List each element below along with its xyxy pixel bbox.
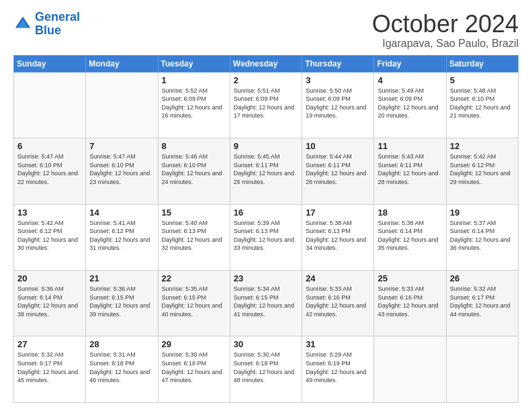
day-info: Sunrise: 5:34 AMSunset: 6:15 PMDaylight:… xyxy=(234,285,298,318)
calendar-cell: 23Sunrise: 5:34 AMSunset: 6:15 PMDayligh… xyxy=(230,271,302,336)
calendar-cell: 8Sunrise: 5:46 AMSunset: 6:10 PMDaylight… xyxy=(158,138,230,204)
calendar-cell: 5Sunrise: 5:48 AMSunset: 6:10 PMDaylight… xyxy=(446,72,518,138)
col-tuesday: Tuesday xyxy=(158,55,230,72)
calendar-cell: 29Sunrise: 5:30 AMSunset: 6:18 PMDayligh… xyxy=(158,336,230,403)
header-right: October 2024 Igarapava, Sao Paulo, Brazi… xyxy=(372,11,519,50)
calendar-cell: 9Sunrise: 5:45 AMSunset: 6:11 PMDaylight… xyxy=(230,138,302,204)
day-info: Sunrise: 5:48 AMSunset: 6:10 PMDaylight:… xyxy=(450,87,515,120)
day-number: 30 xyxy=(234,339,298,349)
calendar-cell: 31Sunrise: 5:29 AMSunset: 6:19 PMDayligh… xyxy=(302,336,374,403)
calendar-cell: 21Sunrise: 5:36 AMSunset: 6:15 PMDayligh… xyxy=(86,271,158,336)
header-row: Sunday Monday Tuesday Wednesday Thursday… xyxy=(14,55,519,72)
calendar-cell xyxy=(374,336,446,403)
calendar-cell: 6Sunrise: 5:47 AMSunset: 6:10 PMDaylight… xyxy=(14,138,86,204)
calendar-cell: 12Sunrise: 5:42 AMSunset: 6:12 PMDayligh… xyxy=(446,138,518,204)
calendar-cell: 10Sunrise: 5:44 AMSunset: 6:11 PMDayligh… xyxy=(302,138,374,204)
day-number: 25 xyxy=(378,273,442,283)
calendar-cell: 24Sunrise: 5:33 AMSunset: 6:16 PMDayligh… xyxy=(302,271,374,336)
day-info: Sunrise: 5:47 AMSunset: 6:10 PMDaylight:… xyxy=(89,152,154,186)
calendar-cell: 30Sunrise: 5:30 AMSunset: 6:18 PMDayligh… xyxy=(230,336,302,403)
calendar-cell xyxy=(446,336,518,403)
day-info: Sunrise: 5:44 AMSunset: 6:11 PMDaylight:… xyxy=(306,152,370,186)
col-saturday: Saturday xyxy=(446,55,518,72)
col-wednesday: Wednesday xyxy=(230,55,302,72)
day-info: Sunrise: 5:37 AMSunset: 6:14 PMDaylight:… xyxy=(450,219,515,253)
day-info: Sunrise: 5:35 AMSunset: 6:15 PMDaylight:… xyxy=(162,285,226,318)
day-number: 15 xyxy=(162,208,226,218)
calendar-cell: 3Sunrise: 5:50 AMSunset: 6:09 PMDaylight… xyxy=(302,72,374,138)
day-info: Sunrise: 5:36 AMSunset: 6:14 PMDaylight:… xyxy=(17,285,82,318)
day-number: 7 xyxy=(89,141,154,151)
day-number: 6 xyxy=(17,141,82,151)
calendar-week-1: 1Sunrise: 5:52 AMSunset: 6:09 PMDaylight… xyxy=(14,72,519,138)
day-number: 2 xyxy=(234,75,298,85)
day-number: 31 xyxy=(306,339,370,349)
logo-text: General Blue xyxy=(35,11,80,38)
day-info: Sunrise: 5:45 AMSunset: 6:11 PMDaylight:… xyxy=(234,152,298,186)
day-info: Sunrise: 5:39 AMSunset: 6:13 PMDaylight:… xyxy=(234,219,298,253)
calendar-week-5: 27Sunrise: 5:32 AMSunset: 6:17 PMDayligh… xyxy=(14,336,519,403)
calendar-cell: 7Sunrise: 5:47 AMSunset: 6:10 PMDaylight… xyxy=(86,138,158,204)
day-info: Sunrise: 5:36 AMSunset: 6:15 PMDaylight:… xyxy=(89,285,154,318)
day-info: Sunrise: 5:49 AMSunset: 6:09 PMDaylight:… xyxy=(378,87,442,120)
day-info: Sunrise: 5:32 AMSunset: 6:17 PMDaylight:… xyxy=(450,285,515,318)
day-number: 12 xyxy=(450,141,515,151)
day-number: 17 xyxy=(306,208,370,218)
day-info: Sunrise: 5:30 AMSunset: 6:18 PMDaylight:… xyxy=(162,351,226,384)
calendar-cell: 19Sunrise: 5:37 AMSunset: 6:14 PMDayligh… xyxy=(446,204,518,270)
month-title: October 2024 xyxy=(372,11,519,38)
day-number: 23 xyxy=(234,273,298,283)
day-number: 19 xyxy=(450,208,515,218)
logo-icon xyxy=(13,15,32,34)
logo-blue: Blue xyxy=(35,24,61,37)
day-number: 21 xyxy=(89,273,154,283)
day-info: Sunrise: 5:31 AMSunset: 6:18 PMDaylight:… xyxy=(89,351,154,384)
day-number: 28 xyxy=(89,339,154,349)
calendar-cell: 1Sunrise: 5:52 AMSunset: 6:09 PMDaylight… xyxy=(158,72,230,138)
day-number: 22 xyxy=(162,273,226,283)
calendar-cell xyxy=(86,72,158,138)
day-info: Sunrise: 5:42 AMSunset: 6:12 PMDaylight:… xyxy=(450,152,515,186)
day-number: 14 xyxy=(89,208,154,218)
logo-general: General xyxy=(35,10,80,24)
calendar-week-4: 20Sunrise: 5:36 AMSunset: 6:14 PMDayligh… xyxy=(14,271,519,336)
day-number: 4 xyxy=(378,75,442,85)
day-info: Sunrise: 5:40 AMSunset: 6:13 PMDaylight:… xyxy=(162,219,226,253)
top-section: General Blue October 2024 Igarapava, Sao… xyxy=(13,11,519,50)
day-info: Sunrise: 5:51 AMSunset: 6:09 PMDaylight:… xyxy=(234,87,298,120)
calendar-cell xyxy=(14,72,86,138)
day-number: 8 xyxy=(162,141,226,151)
day-info: Sunrise: 5:32 AMSunset: 6:17 PMDaylight:… xyxy=(17,351,82,384)
calendar-cell: 2Sunrise: 5:51 AMSunset: 6:09 PMDaylight… xyxy=(230,72,302,138)
calendar-cell: 17Sunrise: 5:38 AMSunset: 6:13 PMDayligh… xyxy=(302,204,374,270)
day-info: Sunrise: 5:30 AMSunset: 6:18 PMDaylight:… xyxy=(234,351,298,384)
day-info: Sunrise: 5:38 AMSunset: 6:13 PMDaylight:… xyxy=(306,219,370,253)
day-number: 18 xyxy=(378,208,442,218)
calendar-cell: 20Sunrise: 5:36 AMSunset: 6:14 PMDayligh… xyxy=(14,271,86,336)
day-number: 9 xyxy=(234,141,298,151)
page: General Blue October 2024 Igarapava, Sao… xyxy=(0,0,532,411)
col-sunday: Sunday xyxy=(14,55,86,72)
calendar-body: 1Sunrise: 5:52 AMSunset: 6:09 PMDaylight… xyxy=(14,72,519,402)
calendar-cell: 22Sunrise: 5:35 AMSunset: 6:15 PMDayligh… xyxy=(158,271,230,336)
calendar-cell: 18Sunrise: 5:38 AMSunset: 6:14 PMDayligh… xyxy=(374,204,446,270)
day-number: 5 xyxy=(450,75,515,85)
calendar-cell: 27Sunrise: 5:32 AMSunset: 6:17 PMDayligh… xyxy=(14,336,86,403)
day-info: Sunrise: 5:38 AMSunset: 6:14 PMDaylight:… xyxy=(378,219,442,253)
day-info: Sunrise: 5:52 AMSunset: 6:09 PMDaylight:… xyxy=(162,87,226,120)
day-info: Sunrise: 5:41 AMSunset: 6:12 PMDaylight:… xyxy=(89,219,154,253)
calendar-table: Sunday Monday Tuesday Wednesday Thursday… xyxy=(13,55,519,403)
day-info: Sunrise: 5:29 AMSunset: 6:19 PMDaylight:… xyxy=(306,351,370,384)
day-number: 27 xyxy=(17,339,82,349)
day-number: 10 xyxy=(306,141,370,151)
day-number: 26 xyxy=(450,273,515,283)
day-number: 11 xyxy=(378,141,442,151)
calendar-header: Sunday Monday Tuesday Wednesday Thursday… xyxy=(14,55,519,72)
day-number: 3 xyxy=(306,75,370,85)
col-thursday: Thursday xyxy=(302,55,374,72)
location: Igarapava, Sao Paulo, Brazil xyxy=(372,38,519,50)
calendar-cell: 28Sunrise: 5:31 AMSunset: 6:18 PMDayligh… xyxy=(86,336,158,403)
day-number: 1 xyxy=(162,75,226,85)
col-monday: Monday xyxy=(86,55,158,72)
day-info: Sunrise: 5:42 AMSunset: 6:12 PMDaylight:… xyxy=(17,219,82,253)
